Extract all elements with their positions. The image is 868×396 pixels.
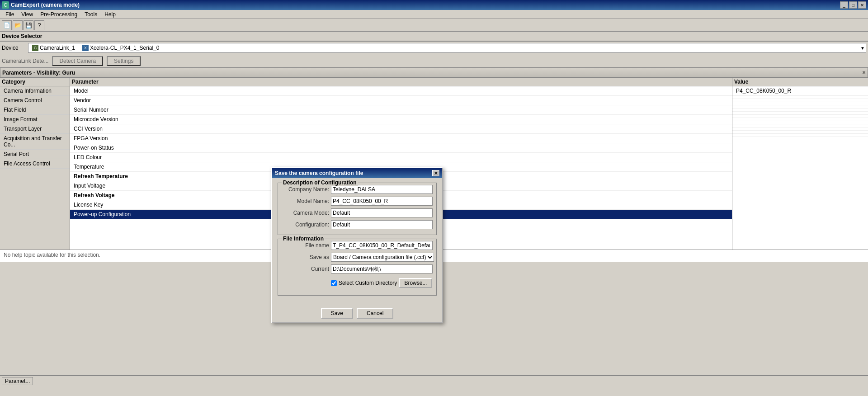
configuration-label: Configuration: [282,222,329,228]
param-fpga-version[interactable]: FPGA Version [70,134,732,143]
file-name-row: File name [282,241,433,250]
model-name-input[interactable] [331,197,433,206]
current-input[interactable] [331,264,433,273]
help-button[interactable]: ? [34,20,44,30]
file-info-section-label: File Information [282,236,325,242]
value-license [732,131,868,134]
title-bar: C CamExpert (camera mode) _ □ ✕ [0,0,868,10]
parameters-header: Parameters - Visibility: Guru ✕ [0,68,868,78]
device-tab-cameralink-label: CameraLink_1 [40,45,75,51]
category-header: Category [0,78,70,86]
menu-view[interactable]: View [18,10,37,19]
title-bar-controls: _ □ ✕ [840,1,866,9]
cat-camera-control[interactable]: Camera Control [0,96,70,105]
value-refresh-voltage [732,127,868,131]
cameralink-row: CameraLink Dete... Detect Camera Setting… [0,54,868,68]
parameters-close-button[interactable]: ✕ [862,70,866,75]
device-dropdown-arrow[interactable]: ▼ [860,45,865,50]
xcelera-icon: X [82,45,89,51]
status-text: Paramet... [5,378,30,384]
category-column: Category Camera Information Camera Contr… [0,78,70,250]
param-microcode-version[interactable]: Microcode Version [70,115,732,124]
save-as-label: Save as [282,254,329,260]
value-temp [732,118,868,121]
custom-dir-row: Select Custom Directory Browse... [282,276,433,290]
value-microcode [732,102,868,105]
open-button[interactable]: 📂 [13,20,23,30]
param-model[interactable]: Model [70,86,732,96]
cat-acquisition-transfer[interactable]: Acquisition and Transfer Co... [0,134,70,150]
custom-dir-checkbox[interactable] [331,280,337,286]
value-column: Value P4_CC_08K050_00_R [732,78,868,250]
value-model: P4_CC_08K050_00_R [732,86,868,96]
value-powerup [732,134,868,137]
toolbar: 📄 📂 💾 ? [0,19,868,32]
cameralink-icon: C [32,45,38,51]
status-item-parameters: Paramet... [2,377,33,385]
value-header: Value [732,78,868,86]
menu-preprocessing[interactable]: Pre-Processing [37,10,81,19]
device-tabs-area: C CameraLink_1 X Xcelera-CL_PX4_1_Serial… [28,43,866,53]
settings-button[interactable]: Settings [107,56,141,66]
custom-dir-checkbox-row: Select Custom Directory Browse... [331,278,432,288]
menu-bar: File View Pre-Processing Tools Help [0,10,868,19]
param-power-on-status[interactable]: Power-on Status [70,143,732,153]
device-selector-bar: Device Selector [0,32,868,42]
camera-mode-input[interactable] [331,208,433,217]
dialog-footer: Save Cancel [272,304,442,322]
device-tab-xcelera[interactable]: X Xcelera-CL_PX4_1_Serial_0 [80,44,161,52]
param-led-colour[interactable]: LED Colour [70,153,732,162]
device-tab-cameralink[interactable]: C CameraLink_1 [30,44,77,52]
menu-file[interactable]: File [2,10,18,19]
dialog-cancel-button[interactable]: Cancel [357,308,393,319]
company-name-row: Company Name: [282,185,433,194]
value-input-voltage [732,124,868,127]
company-name-input[interactable] [331,185,433,194]
cat-image-format[interactable]: Image Format [0,115,70,124]
menu-help[interactable]: Help [101,10,119,19]
description-section: Description of Configuration Company Nam… [278,183,437,235]
save-as-select[interactable]: Board / Camera configuration file (.ccf)… [331,253,434,262]
cat-camera-information[interactable]: Camera Information [0,86,70,96]
param-vendor[interactable]: Vendor [70,96,732,105]
camera-mode-row: Camera Mode: [282,208,433,217]
help-text: No help topic available for this selecti… [4,252,100,258]
save-button[interactable]: 💾 [24,20,33,30]
app-icon: C [2,1,9,9]
file-name-label: File name [282,242,329,249]
configuration-input[interactable] [331,220,433,229]
minimize-button[interactable]: _ [840,1,848,9]
close-button[interactable]: ✕ [858,1,866,9]
device-tab-xcelera-label: Xcelera-CL_PX4_1_Serial_0 [90,45,159,51]
company-name-label: Company Name: [282,186,329,193]
dialog-body: Description of Configuration Company Nam… [272,178,442,304]
value-refresh-temp [732,121,868,124]
file-info-section: File Information File name Save as Board… [278,239,437,296]
dialog-close-button[interactable]: ✕ [432,170,439,176]
new-button[interactable]: 📄 [2,20,12,30]
file-name-input[interactable] [331,241,433,250]
cat-serial-port[interactable]: Serial Port [0,150,70,159]
param-cci-version[interactable]: CCI Version [70,124,732,134]
save-as-row: Save as Board / Camera configuration fil… [282,253,433,262]
dialog-save-button[interactable]: Save [321,308,353,319]
detect-camera-button[interactable]: Detect Camera [52,56,103,66]
device-label: Device [2,45,24,51]
value-serial [732,99,868,102]
custom-dir-checkbox-label: Select Custom Directory [339,280,397,286]
cat-transport-layer[interactable]: Transport Layer [0,124,70,134]
param-serial-number[interactable]: Serial Number [70,105,732,115]
main-area: Parameters - Visibility: Guru ✕ Category… [0,68,868,386]
cat-flat-field[interactable]: Flat Field [0,105,70,115]
current-label: Current [282,266,329,272]
cameralink-label: CameraLink Dete... [2,58,48,64]
description-section-label: Description of Configuration [282,179,358,186]
value-fpga [732,108,868,112]
cat-file-access-control[interactable]: File Access Control [0,159,70,169]
maximize-button[interactable]: □ [849,1,857,9]
dialog-title: Save the camera configuration file [275,170,363,176]
save-dialog: Save the camera configuration file ✕ Des… [271,167,443,323]
value-cci [732,105,868,108]
browse-button[interactable]: Browse... [399,278,432,288]
menu-tools[interactable]: Tools [81,10,101,19]
